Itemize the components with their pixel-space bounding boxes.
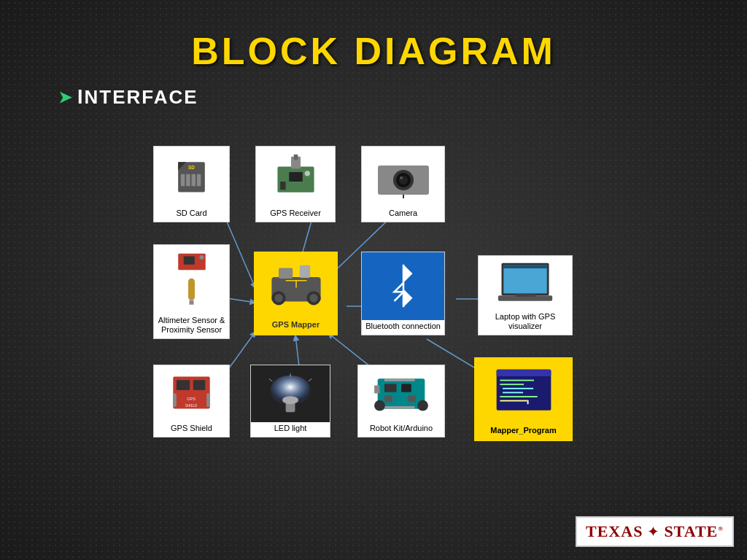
diagram-area: SD SD Card GPS xyxy=(142,142,609,492)
svg-text:SD: SD xyxy=(188,164,195,169)
svg-rect-12 xyxy=(181,174,185,187)
svg-rect-45 xyxy=(503,265,546,293)
texas-state-logo: TEXAS ✦ STATE® xyxy=(576,516,734,547)
mapper-program-label: Mapper_Program xyxy=(488,424,558,435)
state-text: STATE® xyxy=(664,522,724,541)
sd-card-label: SD Card xyxy=(174,207,209,218)
svg-rect-55 xyxy=(206,394,210,407)
laptop-box: Laptop with GPS visualizer xyxy=(478,255,573,335)
led-light-box: LED light xyxy=(250,365,330,438)
page-title: BLOCK DIAGRAM xyxy=(0,0,747,73)
svg-rect-40 xyxy=(299,265,309,278)
interface-text: INTERFACE xyxy=(77,86,198,109)
gps-mapper-label: GPS Mapper xyxy=(270,319,322,330)
gps-shield-label: GPS Shield xyxy=(169,422,214,433)
gps-mapper-box: GPS Mapper xyxy=(254,252,338,335)
svg-rect-75 xyxy=(500,384,524,386)
svg-point-71 xyxy=(417,400,428,411)
svg-rect-64 xyxy=(384,384,397,392)
texas-text: TEXAS xyxy=(586,522,643,541)
svg-rect-65 xyxy=(401,384,411,392)
gps-shield-box: GPS SHIELD GPS Shield xyxy=(153,365,230,438)
svg-rect-32 xyxy=(188,279,195,300)
gps-mapper-icon xyxy=(263,260,329,312)
bluetooth-label: Bluetooth connection xyxy=(363,320,443,331)
svg-rect-78 xyxy=(500,396,537,397)
svg-rect-80 xyxy=(527,400,528,405)
robot-kit-label: Robot Kit/Arduino xyxy=(368,422,435,433)
svg-rect-67 xyxy=(408,395,416,402)
svg-rect-68 xyxy=(384,378,415,381)
svg-rect-13 xyxy=(186,174,190,187)
svg-rect-51 xyxy=(193,381,206,391)
altimeter-box: Altimeter Sensor & Proximity Sensor xyxy=(153,244,230,339)
svg-rect-50 xyxy=(177,381,190,391)
star-icon: ✦ xyxy=(647,523,659,540)
svg-rect-77 xyxy=(503,392,523,394)
slide-container: BLOCK DIAGRAM ➤ INTERFACE xyxy=(0,0,747,560)
camera-box: Camera xyxy=(361,146,445,222)
robot-kit-box: Robot Kit/Arduino xyxy=(357,365,445,438)
sd-card-box: SD SD Card xyxy=(153,146,230,222)
svg-rect-79 xyxy=(500,400,527,402)
svg-rect-48 xyxy=(515,294,535,297)
robot-kit-icon xyxy=(372,372,430,416)
svg-rect-73 xyxy=(496,370,551,376)
led-light-icon xyxy=(263,373,318,413)
svg-rect-33 xyxy=(190,300,194,305)
svg-rect-30 xyxy=(183,256,194,264)
svg-rect-66 xyxy=(384,395,392,402)
svg-point-31 xyxy=(199,255,204,260)
gps-receiver-icon xyxy=(272,153,320,201)
svg-point-22 xyxy=(304,171,309,176)
svg-point-36 xyxy=(274,294,283,303)
svg-rect-39 xyxy=(279,268,293,279)
svg-rect-14 xyxy=(192,174,196,187)
led-light-label: LED light xyxy=(272,422,309,433)
mapper-program-icon xyxy=(492,366,556,417)
laptop-icon xyxy=(493,260,557,307)
laptop-label: Laptop with GPS visualizer xyxy=(479,311,572,331)
svg-rect-20 xyxy=(280,182,285,190)
svg-point-27 xyxy=(400,176,403,179)
proximity-sensor-icon xyxy=(186,276,197,308)
svg-rect-46 xyxy=(503,265,546,268)
gps-receiver-label: GPS Receiver xyxy=(268,207,323,218)
gps-receiver-box: GPS Receiver xyxy=(255,146,336,222)
svg-rect-15 xyxy=(197,174,201,187)
camera-label: Camera xyxy=(387,207,419,218)
svg-rect-69 xyxy=(384,406,415,409)
svg-line-61 xyxy=(308,379,311,382)
svg-text:GPS: GPS xyxy=(187,397,196,401)
camera-icon xyxy=(374,155,433,198)
svg-point-38 xyxy=(309,294,318,303)
svg-rect-19 xyxy=(293,155,298,160)
altimeter-label: Altimeter Sensor & Proximity Sensor xyxy=(154,314,229,335)
svg-text:SHIELD: SHIELD xyxy=(185,404,198,408)
svg-point-70 xyxy=(374,400,385,411)
mapper-program-box: Mapper_Program xyxy=(474,357,573,441)
arrow-icon: ➤ xyxy=(58,88,71,107)
svg-line-60 xyxy=(268,379,272,382)
svg-rect-76 xyxy=(503,388,533,389)
altimeter-sensor-icon xyxy=(171,251,213,273)
sd-card-icon: SD xyxy=(171,157,212,197)
bluetooth-box: Bluetooth connection xyxy=(361,252,445,335)
svg-rect-74 xyxy=(500,380,534,381)
bluetooth-icon xyxy=(385,260,422,311)
svg-rect-54 xyxy=(173,394,177,407)
svg-point-58 xyxy=(282,397,298,405)
svg-rect-63 xyxy=(374,385,379,393)
svg-rect-21 xyxy=(289,172,303,182)
gps-shield-icon: GPS SHIELD xyxy=(168,373,215,413)
interface-label: ➤ INTERFACE xyxy=(58,86,747,109)
